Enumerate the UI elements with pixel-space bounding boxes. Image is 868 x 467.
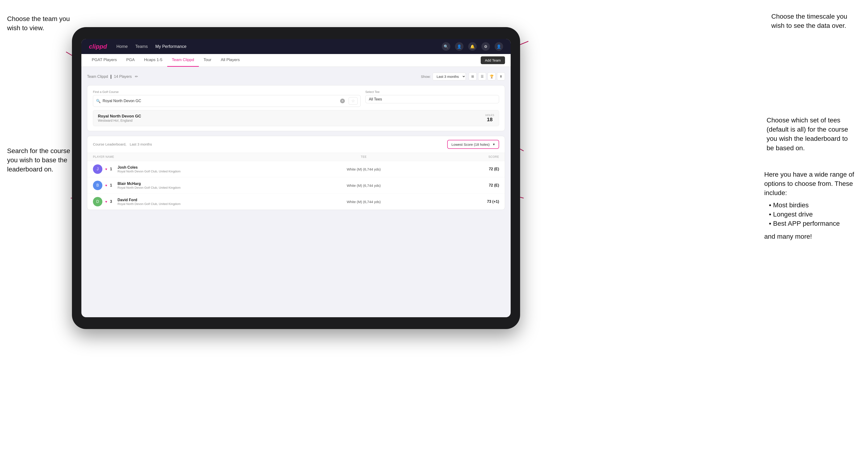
col-player-name: PLAYER NAME: [93, 155, 296, 158]
heart-icon[interactable]: ♥: [105, 200, 107, 204]
annotation-top-left: Choose the team you wish to view.: [7, 14, 73, 33]
course-name: Royal North Devon GC: [98, 114, 486, 119]
heart-icon[interactable]: ♥: [105, 184, 107, 187]
view-icons: ⊞ ☰ 🏆 ⬇: [469, 72, 505, 81]
tee-select-group: Select Tee All Tees: [365, 90, 499, 107]
notification-icon[interactable]: 🔔: [468, 42, 477, 51]
nav-icons: 🔍 👤 🔔 ⚙ 👤: [442, 42, 503, 51]
subnav-hcaps[interactable]: Hcaps 1-5: [140, 54, 167, 67]
rank-number: 1: [110, 167, 115, 171]
top-navigation: clippd Home Teams My Performance 🔍 👤 🔔 ⚙…: [81, 39, 511, 54]
leaderboard-header: Course Leaderboard, Last 3 months Lowest…: [87, 136, 505, 153]
player-name: David Ford: [118, 198, 181, 202]
player-col: J ♥ 1 Josh Coles Royal North Devon Golf …: [93, 164, 296, 174]
annotation-mid-right: Choose which set of tees (default is all…: [767, 116, 866, 153]
tee-value: White (M) (6,744 yds): [296, 167, 431, 171]
table-row: D ♥ 3 David Ford Royal North Devon Golf …: [87, 194, 505, 210]
player-club: Royal North Devon Golf Club, United King…: [118, 169, 181, 173]
trophy-icon[interactable]: 🏆: [488, 72, 496, 81]
sub-navigation: PGAT Players PGA Hcaps 1-5 Team Clippd T…: [81, 54, 511, 67]
show-label: Show:: [421, 74, 431, 79]
edit-team-icon[interactable]: ✏: [135, 74, 138, 79]
subnav-pga[interactable]: PGA: [121, 54, 140, 67]
nav-home[interactable]: Home: [117, 44, 128, 49]
team-title: Team Clippd | 14 Players ✏: [87, 74, 421, 79]
options-list: Most birdies Longest drive Best APP perf…: [764, 200, 863, 228]
player-name: Blair McHarg: [118, 182, 181, 186]
player-col: B ♥ 1 Blair McHarg Royal North Devon Gol…: [93, 181, 296, 190]
team-header: Team Clippd | 14 Players ✏ Show: Last 3 …: [87, 72, 505, 81]
course-info: Royal North Devon GC Westward Ho!, Engla…: [98, 114, 486, 122]
subnav-all-players[interactable]: All Players: [216, 54, 244, 67]
favorite-button[interactable]: ☆: [349, 97, 358, 105]
annotation-top-right: Choose the timescale you wish to see the…: [771, 12, 861, 30]
tee-value: White (M) (6,744 yds): [296, 200, 431, 204]
score-value: 72 (E): [431, 167, 499, 171]
search-icon: 🔍: [96, 99, 101, 103]
table-row: J ♥ 1 Josh Coles Royal North Devon Golf …: [87, 161, 505, 177]
grid-view-icon[interactable]: ⊞: [469, 72, 477, 81]
avatar: D: [93, 197, 102, 206]
download-icon[interactable]: ⬇: [497, 72, 505, 81]
nav-links: Home Teams My Performance: [117, 44, 442, 49]
table-row: B ♥ 1 Blair McHarg Royal North Devon Gol…: [87, 177, 505, 194]
leaderboard-section: Course Leaderboard, Last 3 months Lowest…: [87, 136, 505, 210]
list-view-icon[interactable]: ☰: [478, 72, 486, 81]
subnav-pgat-players[interactable]: PGAT Players: [87, 54, 121, 67]
score-value: 73 (+1): [431, 199, 499, 204]
holes-badge: Holes 18: [486, 114, 494, 123]
col-tee: TEE: [296, 155, 431, 158]
subnav-team-clippd[interactable]: Team Clippd: [167, 54, 199, 67]
profile-icon[interactable]: 👤: [455, 42, 464, 51]
player-club: Royal North Devon Golf Club, United King…: [118, 186, 181, 189]
player-name: Josh Coles: [118, 165, 181, 169]
annotation-bottom-right: Here you have a wide range of options to…: [764, 170, 863, 241]
course-search-input-wrap: 🔍 ✕ ☆: [93, 95, 361, 107]
player-info: Blair McHarg Royal North Devon Golf Club…: [118, 182, 181, 189]
nav-my-performance[interactable]: My Performance: [155, 44, 187, 49]
show-select[interactable]: Last 3 months: [433, 73, 466, 81]
annotation-bottom-left: Search for the course you wish to base t…: [7, 146, 78, 174]
tablet-screen: clippd Home Teams My Performance 🔍 👤 🔔 ⚙…: [81, 39, 511, 317]
heart-icon[interactable]: ♥: [105, 167, 107, 171]
settings-icon[interactable]: ⚙: [482, 42, 490, 51]
tee-select[interactable]: All Tees: [365, 95, 499, 103]
clear-search-button[interactable]: ✕: [340, 99, 345, 103]
player-col: D ♥ 3 David Ford Royal North Devon Golf …: [93, 197, 296, 206]
search-icon[interactable]: 🔍: [442, 42, 450, 51]
tee-value: White (M) (6,744 yds): [296, 184, 431, 187]
col-score: SCORE: [431, 155, 499, 158]
course-search-input[interactable]: [102, 99, 340, 103]
rank-number: 1: [110, 183, 115, 187]
leaderboard-title: Course Leaderboard, Last 3 months: [93, 142, 447, 147]
avatar: B: [93, 181, 102, 190]
avatar-icon[interactable]: 👤: [495, 42, 503, 51]
holes-label: Holes: [486, 114, 494, 117]
rank-number: 3: [110, 199, 115, 204]
nav-teams[interactable]: Teams: [135, 44, 148, 49]
course-result: Royal North Devon GC Westward Ho!, Engla…: [93, 110, 499, 126]
find-course-group: Find a Golf Course 🔍 ✕ ☆: [93, 90, 361, 107]
score-filter-select[interactable]: Lowest Score (18 holes) ▾: [447, 140, 499, 149]
find-course-label: Find a Golf Course: [93, 90, 361, 94]
main-content: Team Clippd | 14 Players ✏ Show: Last 3 …: [81, 67, 511, 317]
app-logo: clippd: [89, 43, 107, 50]
tee-select-label: Select Tee: [365, 90, 499, 94]
holes-count: 18: [486, 117, 494, 123]
tablet-device: clippd Home Teams My Performance 🔍 👤 🔔 ⚙…: [72, 27, 520, 329]
player-club: Royal North Devon Golf Club, United King…: [118, 202, 181, 206]
player-info: Josh Coles Royal North Devon Golf Club, …: [118, 165, 181, 173]
player-info: David Ford Royal North Devon Golf Club, …: [118, 198, 181, 206]
course-location: Westward Ho!, England: [98, 119, 486, 122]
search-row: Find a Golf Course 🔍 ✕ ☆ Select Tee All …: [93, 90, 499, 107]
table-header: PLAYER NAME TEE SCORE: [87, 153, 505, 161]
score-value: 72 (E): [431, 183, 499, 187]
subnav-tour[interactable]: Tour: [199, 54, 216, 67]
avatar: J: [93, 164, 102, 174]
search-section: Find a Golf Course 🔍 ✕ ☆ Select Tee All …: [87, 85, 505, 131]
add-team-button[interactable]: Add Team: [481, 56, 505, 64]
